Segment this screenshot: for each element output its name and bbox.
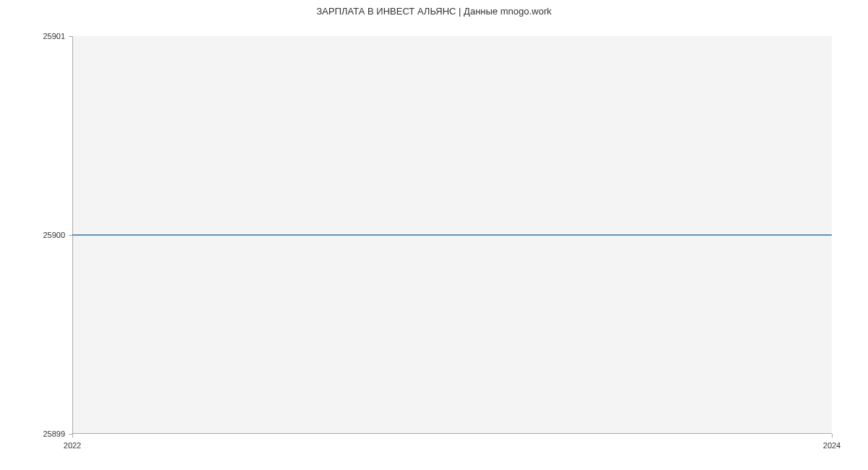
y-tick-label: 25900 — [0, 231, 65, 239]
x-tick-label: 2024 — [823, 441, 841, 450]
y-tick-label: 25899 — [0, 430, 65, 438]
x-tick-mark — [832, 434, 833, 437]
x-tick-mark — [72, 434, 73, 437]
chart-title: ЗАРПЛАТА В ИНВЕСТ АЛЬЯНС | Данные mnogo.… — [0, 6, 868, 17]
chart-svg — [72, 36, 832, 434]
x-tick-label: 2022 — [64, 441, 81, 450]
y-tick-label: 25901 — [0, 32, 65, 40]
